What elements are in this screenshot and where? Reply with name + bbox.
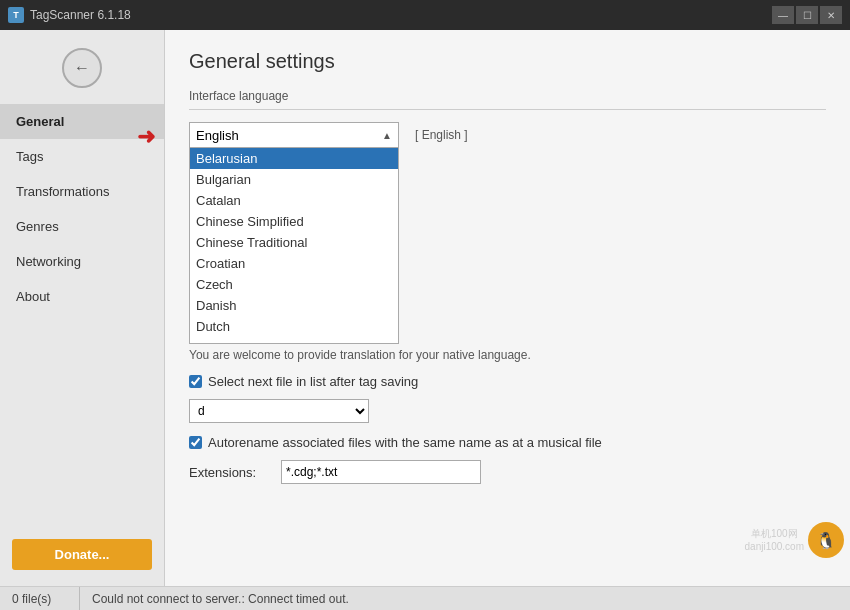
app-title: TagScanner 6.1.18 — [30, 8, 131, 22]
maximize-button[interactable]: ☐ — [796, 6, 818, 24]
divider — [189, 109, 826, 110]
content-area: ← General Tags Transformations Genres Ne… — [0, 30, 850, 586]
section-label: Interface language — [189, 89, 826, 103]
lang-option-czech[interactable]: Czech — [190, 274, 398, 295]
donate-button[interactable]: Donate... — [12, 539, 152, 570]
dropdown-arrow-icon: ▲ — [382, 130, 392, 141]
language-dropdown: Belarusian Bulgarian Catalan Chinese Sim… — [189, 148, 399, 344]
lang-option-bulgarian[interactable]: Bulgarian — [190, 169, 398, 190]
language-row: ➜ English ▲ Belarusian Bulgarian Catalan… — [189, 122, 826, 148]
checkbox-autorename[interactable] — [189, 436, 202, 449]
lang-option-chinese-traditional[interactable]: ➜ Chinese Traditional — [190, 232, 398, 253]
status-files: 0 file(s) — [0, 587, 80, 610]
lang-option-danish[interactable]: Danish — [190, 295, 398, 316]
watermark-text: 单机100网danji100.com — [745, 527, 804, 553]
status-message: Could not connect to server.: Connect ti… — [80, 592, 850, 606]
lang-option-catalan[interactable]: Catalan — [190, 190, 398, 211]
title-bar-left: T TagScanner 6.1.18 — [8, 7, 131, 23]
lang-option-dutch[interactable]: Dutch — [190, 316, 398, 337]
checkbox-next-file-label: Select next file in list after tag savin… — [208, 374, 418, 389]
setting-dropdown[interactable]: d — [189, 399, 369, 423]
watermark: 单机100网danji100.com 🐧 — [745, 522, 844, 558]
language-dropdown-list[interactable]: Belarusian Bulgarian Catalan Chinese Sim… — [190, 148, 398, 343]
help-text: You are welcome to provide translation f… — [189, 348, 826, 362]
arrow-indicator-1: ➜ — [137, 124, 155, 150]
minimize-button[interactable]: — — [772, 6, 794, 24]
title-bar: T TagScanner 6.1.18 — ☐ ✕ — [0, 0, 850, 30]
lang-select-container: ➜ English ▲ Belarusian Bulgarian Catalan… — [189, 122, 399, 148]
extensions-label: Extensions: — [189, 465, 269, 480]
status-bar: 0 file(s) Could not connect to server.: … — [0, 586, 850, 610]
close-button[interactable]: ✕ — [820, 6, 842, 24]
current-lang-badge: [ English ] — [415, 128, 468, 142]
lang-option-belarusian[interactable]: Belarusian — [190, 148, 398, 169]
sidebar-item-networking[interactable]: Networking — [0, 244, 164, 279]
lang-option-croatian[interactable]: Croatian — [190, 253, 398, 274]
checkbox-row-1: Select next file in list after tag savin… — [189, 374, 826, 389]
language-select-value: English — [196, 128, 239, 143]
extensions-input[interactable] — [281, 460, 481, 484]
checkbox-autorename-label: Autorename associated files with the sam… — [208, 435, 602, 450]
page-title: General settings — [189, 50, 826, 73]
main-content: General settings Interface language ➜ En… — [165, 30, 850, 586]
extensions-row: Extensions: — [189, 460, 826, 484]
window-controls: — ☐ ✕ — [772, 6, 842, 24]
sidebar: ← General Tags Transformations Genres Ne… — [0, 30, 165, 586]
sidebar-item-transformations[interactable]: Transformations — [0, 174, 164, 209]
back-button[interactable]: ← — [62, 48, 102, 88]
setting-row-dropdown: d — [189, 399, 826, 423]
language-select[interactable]: English ▲ — [189, 122, 399, 148]
sidebar-item-about[interactable]: About — [0, 279, 164, 314]
app-container: ← General Tags Transformations Genres Ne… — [0, 30, 850, 610]
checkbox-row-2: Autorename associated files with the sam… — [189, 435, 826, 450]
checkbox-next-file[interactable] — [189, 375, 202, 388]
lang-option-english[interactable]: English — [190, 337, 398, 343]
lang-option-chinese-simplified[interactable]: Chinese Simplified — [190, 211, 398, 232]
watermark-icon: 🐧 — [808, 522, 844, 558]
sidebar-item-genres[interactable]: Genres — [0, 209, 164, 244]
app-icon: T — [8, 7, 24, 23]
